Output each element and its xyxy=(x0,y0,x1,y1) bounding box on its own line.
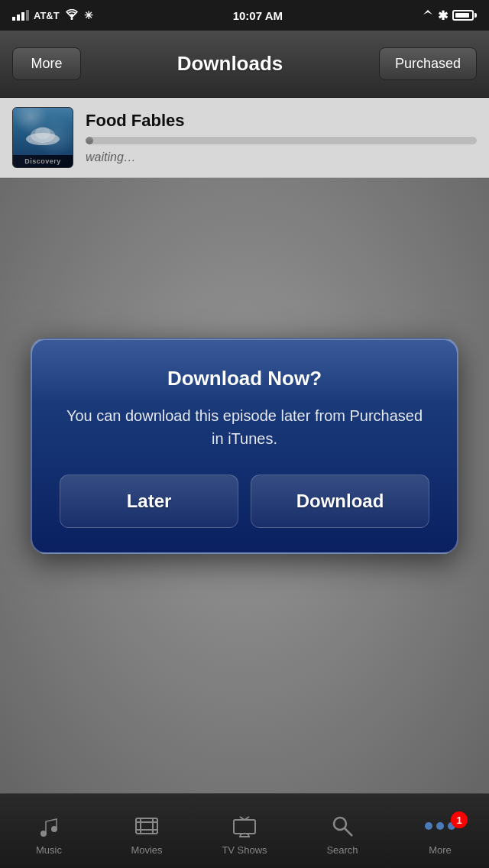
tab-bar: Music Movies TV Shows xyxy=(0,793,489,868)
svg-rect-11 xyxy=(234,820,255,834)
main-content: Discovery Food Fables waiting… Download … xyxy=(0,98,489,793)
carrier-label: AT&T xyxy=(34,10,60,21)
nav-bar: More Downloads Purchased xyxy=(0,31,489,98)
download-button[interactable]: Download xyxy=(251,474,429,528)
tab-more-badge: 1 xyxy=(451,811,468,828)
tab-search[interactable]: Search xyxy=(293,806,391,856)
tab-tv-shows[interactable]: TV Shows xyxy=(196,806,293,856)
tab-more-label: More xyxy=(429,844,452,856)
tab-music[interactable]: Music xyxy=(0,806,98,856)
svg-point-4 xyxy=(40,831,47,837)
tab-music-label: Music xyxy=(36,844,62,856)
tab-tv-shows-label: TV Shows xyxy=(222,844,267,856)
more-button[interactable]: More xyxy=(12,47,81,80)
tab-movies[interactable]: Movies xyxy=(98,806,196,856)
purchased-button[interactable]: Purchased xyxy=(379,47,477,80)
tab-search-label: Search xyxy=(326,844,358,856)
wifi-icon xyxy=(64,9,79,22)
signal-bars-icon xyxy=(12,10,29,21)
location-icon xyxy=(423,9,433,22)
nav-title: Downloads xyxy=(177,52,283,76)
later-button[interactable]: Later xyxy=(60,474,238,528)
dialog-title: Download Now? xyxy=(60,367,429,390)
tab-more[interactable]: 1 More xyxy=(391,806,489,856)
music-icon xyxy=(35,812,63,840)
dialog-overlay: Download Now? You can download this epis… xyxy=(0,98,489,793)
status-right: ✱ xyxy=(423,8,477,23)
battery-icon xyxy=(452,10,477,21)
svg-point-0 xyxy=(70,18,73,20)
svg-rect-6 xyxy=(136,818,157,834)
svg-point-15 xyxy=(334,818,346,830)
activity-icon: ✳ xyxy=(84,9,93,21)
svg-point-5 xyxy=(51,826,57,832)
more-tab-icon: 1 xyxy=(426,812,454,840)
movies-icon xyxy=(133,812,160,840)
tv-icon xyxy=(231,812,258,840)
status-time: 10:07 AM xyxy=(233,9,283,22)
bluetooth-icon: ✱ xyxy=(438,8,448,23)
dialog-message: You can download this episode later from… xyxy=(60,404,429,450)
svg-line-16 xyxy=(345,828,352,836)
dialog-buttons: Later Download xyxy=(60,474,429,528)
tab-movies-label: Movies xyxy=(131,844,162,856)
download-dialog: Download Now? You can download this epis… xyxy=(31,338,458,554)
status-bar: AT&T ✳ 10:07 AM ✱ xyxy=(0,0,489,31)
search-icon xyxy=(329,812,356,840)
status-left: AT&T ✳ xyxy=(12,9,93,22)
